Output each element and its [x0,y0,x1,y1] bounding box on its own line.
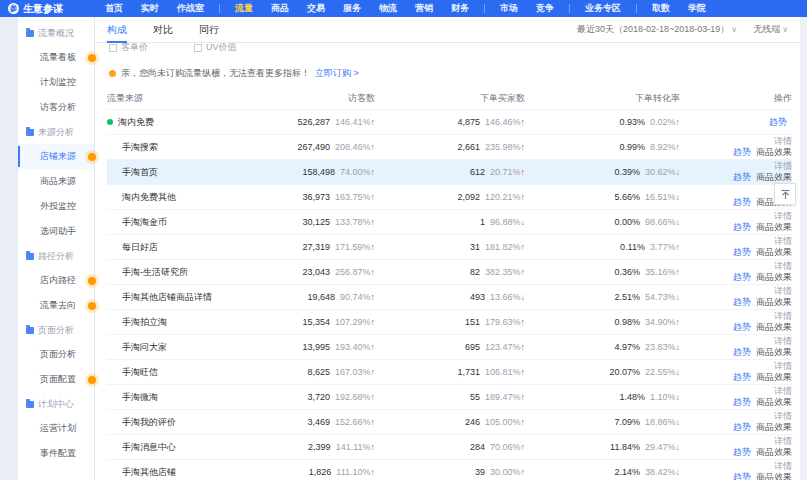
source-name[interactable]: 手淘淘金币 [122,216,167,229]
source-name[interactable]: 手淘我的评价 [122,416,176,429]
sidebar-item-流量看板[interactable]: 流量看板 [18,45,94,70]
metric-checkbox-客单价[interactable]: 客单价 [109,43,148,54]
date-range-dropdown[interactable]: 最近30天（2018-02-18~2018-03-19）∨ [577,23,737,36]
nav-item-首页[interactable]: 首页 [96,2,132,15]
nav-item-交易[interactable]: 交易 [298,2,334,15]
detail-link[interactable]: 详情 [774,261,792,271]
detail-link[interactable]: 详情 [774,411,792,421]
checkbox-icon[interactable] [109,44,117,52]
trend-link[interactable]: 趋势 [733,347,751,357]
sidebar-item-商品来源[interactable]: 商品来源 [18,169,94,194]
trend-link[interactable]: 趋势 [733,147,751,157]
trend-link[interactable]: 趋势 [733,297,751,307]
nav-item-物流[interactable]: 物流 [370,2,406,15]
app-brand[interactable]: 参 生意参谋 [8,2,63,16]
trend-link[interactable]: 趋势 [733,322,751,332]
detail-link[interactable]: 详情 [774,136,792,146]
sidebar-item-页面配置[interactable]: 页面配置 [18,367,94,392]
table-row: 淘内免费526,287146.41%↑4,875146.46%↑0.93%0.0… [107,109,792,134]
trend-link[interactable]: 趋势 [733,372,751,382]
detail-link[interactable]: 详情 [774,161,792,171]
source-name[interactable]: 手淘首页 [122,166,158,179]
source-name[interactable]: 手淘旺信 [122,366,158,379]
sidebar-item-访客分析[interactable]: 访客分析 [18,95,94,120]
buyers: 196.88%↓ [375,217,525,227]
subscribe-now-link[interactable]: 立即订购 > [315,67,359,80]
detail-link[interactable]: 详情 [774,236,792,246]
source-name[interactable]: 手淘消息中心 [122,441,176,454]
tab-对比[interactable]: 对比 [153,17,173,43]
nav-item-取数[interactable]: 取数 [643,2,679,15]
sidebar-item-外投监控[interactable]: 外投监控 [18,194,94,219]
trend-link[interactable]: 趋势 [733,222,751,232]
detail-link[interactable]: 详情 [774,286,792,296]
product-effect-link[interactable]: 商品效果 [756,347,792,357]
product-effect-link[interactable]: 商品效果 [756,472,792,480]
source-name[interactable]: 手淘-生活研究所 [122,266,188,279]
metric-checkbox-UV价值[interactable]: UV价值 [194,43,237,54]
nav-item-流量[interactable]: 流量 [226,2,262,15]
trend-link[interactable]: 趋势 [733,247,751,257]
source-name[interactable]: 手淘问大家 [122,341,167,354]
source-name[interactable]: 手淘其他店铺 [122,466,176,479]
product-effect-link[interactable]: 商品效果 [756,297,792,307]
trend-link[interactable]: 趋势 [733,472,751,480]
sidebar-item-运营计划[interactable]: 运营计划 [18,416,94,441]
product-effect-link[interactable]: 商品效果 [756,272,792,282]
trend-link[interactable]: 趋势 [733,422,751,432]
nav-item-市场[interactable]: 市场 [491,2,527,15]
detail-link[interactable]: 详情 [774,311,792,321]
sidebar-item-选词助手[interactable]: 选词助手 [18,219,94,244]
product-effect-link[interactable]: 商品效果 [756,172,792,182]
nav-item-营销[interactable]: 营销 [406,2,442,15]
metric-label: UV价值 [206,43,237,54]
product-effect-link[interactable]: 商品效果 [756,147,792,157]
trend-link[interactable]: 趋势 [733,447,751,457]
detail-link[interactable]: 详情 [774,361,792,371]
nav-item-商品[interactable]: 商品 [262,2,298,15]
expand-dot-icon[interactable] [107,119,113,125]
detail-link[interactable]: 详情 [774,386,792,396]
sidebar-item-流量去向[interactable]: 流量去向 [18,293,94,318]
product-effect-link[interactable]: 商品效果 [756,447,792,457]
nav-item-财务[interactable]: 财务 [442,2,478,15]
nav-item-实时[interactable]: 实时 [132,2,168,15]
nav-item-学院[interactable]: 学院 [679,2,715,15]
product-effect-link[interactable]: 商品效果 [756,322,792,332]
tab-同行[interactable]: 同行 [199,17,219,43]
sidebar-item-店铺来源[interactable]: 店铺来源 [18,144,94,169]
tab-构成[interactable]: 构成 [107,17,127,43]
sidebar-item-页面分析[interactable]: 页面分析 [18,342,94,367]
back-to-top-button[interactable] [774,183,796,205]
terminal-dropdown[interactable]: 无线端∨ [753,23,788,36]
nav-item-竞争[interactable]: 竞争 [527,2,563,15]
source-name[interactable]: 手淘搜索 [122,141,158,154]
trend-link[interactable]: 趋势 [769,117,787,127]
trend-link[interactable]: 趋势 [733,272,751,282]
trend-link[interactable]: 趋势 [733,172,751,182]
sidebar-item-店内路径[interactable]: 店内路径 [18,268,94,293]
product-effect-link[interactable]: 商品效果 [756,422,792,432]
sidebar-item-计划监控[interactable]: 计划监控 [18,70,94,95]
checkbox-icon[interactable] [194,44,202,52]
product-effect-link[interactable]: 商品效果 [756,397,792,407]
source-name[interactable]: 淘内免费 [118,116,154,129]
detail-link[interactable]: 详情 [774,461,792,471]
source-name[interactable]: 手淘拍立淘 [122,316,167,329]
detail-link[interactable]: 详情 [774,211,792,221]
trend-link[interactable]: 趋势 [733,197,751,207]
source-name[interactable]: 每日好店 [122,241,158,254]
nav-item-作战室[interactable]: 作战室 [168,2,213,15]
source-name[interactable]: 手淘其他店铺商品详情 [122,291,212,304]
trend-link[interactable]: 趋势 [733,397,751,407]
source-name[interactable]: 淘内免费其他 [122,191,176,204]
sidebar-item-事件配置[interactable]: 事件配置 [18,441,94,466]
product-effect-link[interactable]: 商品效果 [756,222,792,232]
nav-item-业务专区[interactable]: 业务专区 [576,2,630,15]
nav-item-服务[interactable]: 服务 [334,2,370,15]
detail-link[interactable]: 详情 [774,436,792,446]
source-name[interactable]: 手淘微淘 [122,391,158,404]
detail-link[interactable]: 详情 [774,336,792,346]
product-effect-link[interactable]: 商品效果 [756,372,792,382]
product-effect-link[interactable]: 商品效果 [756,247,792,257]
